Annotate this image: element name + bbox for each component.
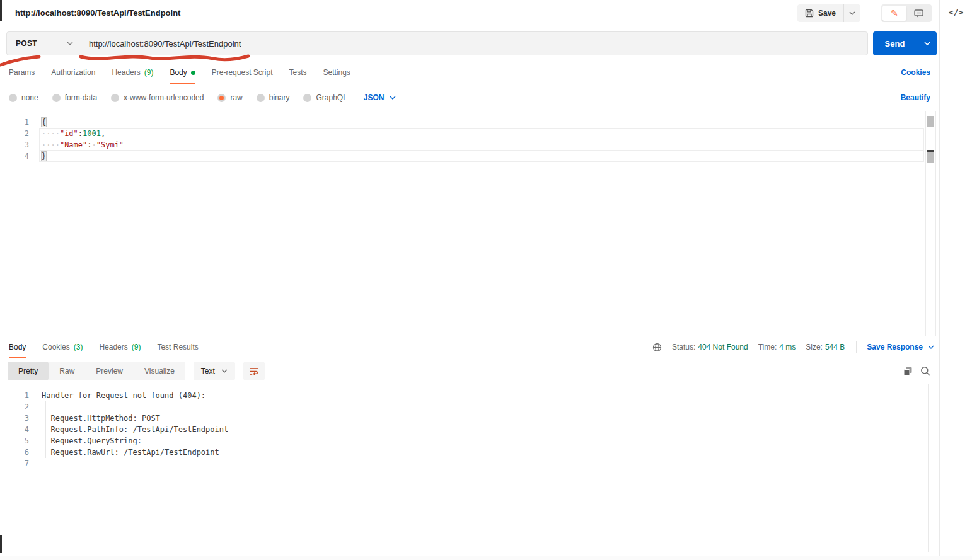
code-content: ····"id":1001, <box>42 128 105 139</box>
edit-mode-button[interactable]: ✎ <box>882 6 906 21</box>
view-pretty[interactable]: Pretty <box>8 362 49 380</box>
response-tab-cookies[interactable]: Cookies(3) <box>42 336 83 358</box>
wrap-lines-button[interactable] <box>243 362 265 380</box>
mode-none[interactable]: none <box>9 93 38 102</box>
code-line: 6 Request.RawUrl: /TestApi/TestEndpoint <box>0 447 939 458</box>
method-select[interactable]: POST <box>7 32 81 55</box>
scrollbar-track-line <box>935 111 936 336</box>
tab-label: Headers <box>99 343 127 351</box>
body-mode-row: none form-data x-www-form-urlencoded raw… <box>0 84 939 111</box>
postman-app: http://localhost:8090/TestApi/TestEndpoi… <box>0 0 972 560</box>
header-controls: Save ✎ <box>797 4 932 22</box>
save-response-button[interactable]: Save Response <box>867 343 934 351</box>
tab-body[interactable]: Body <box>170 60 195 84</box>
request-header-bar: http://localhost:8090/TestApi/TestEndpoi… <box>0 0 939 26</box>
search-button[interactable] <box>920 366 930 376</box>
tab-headers[interactable]: Headers(9) <box>112 60 153 84</box>
code-line: 3 Request.HttpMethod: POST <box>0 413 939 424</box>
mode-binary[interactable]: binary <box>257 93 290 102</box>
request-title: http://localhost:8090/TestApi/TestEndpoi… <box>15 8 180 18</box>
response-meta: Status: 404 Not Found Time: 4 ms Size: 5… <box>652 336 934 358</box>
mode-label: x-www-form-urlencoded <box>124 93 204 102</box>
response-tab-body[interactable]: Body <box>9 336 26 358</box>
status-meta: Status: 404 Not Found <box>672 343 748 351</box>
mode-raw[interactable]: raw <box>217 93 242 102</box>
response-body-viewer[interactable]: 1Handler for Request not found (404): 2 … <box>0 384 939 556</box>
send-button[interactable]: Send <box>873 31 937 55</box>
request-body-editor[interactable]: 1 { 2 ····"id":1001, 3 ····"Name":·"Symi… <box>0 111 939 336</box>
scrollbar-thumb[interactable] <box>927 116 934 127</box>
code-content: ····"Name":·"Symi" <box>42 139 124 151</box>
cookies-link[interactable]: Cookies <box>901 68 930 77</box>
response-text: Request.RawUrl: /TestApi/TestEndpoint <box>42 447 219 458</box>
headers-count-badge: (9) <box>132 343 141 351</box>
comment-button[interactable] <box>906 6 930 21</box>
mode-form-data[interactable]: form-data <box>52 93 97 102</box>
response-tab-test-results[interactable]: Test Results <box>157 336 198 358</box>
comment-icon <box>914 9 923 18</box>
view-preview[interactable]: Preview <box>85 362 134 380</box>
mode-label: form-data <box>65 93 97 102</box>
mode-x-www-form-urlencoded[interactable]: x-www-form-urlencoded <box>111 93 204 102</box>
tab-authorization[interactable]: Authorization <box>51 60 95 84</box>
view-raw[interactable]: Raw <box>49 362 85 380</box>
save-button-label: Save <box>818 9 836 18</box>
save-response-label: Save Response <box>867 343 923 351</box>
tab-settings[interactable]: Settings <box>323 60 350 84</box>
language-select[interactable]: JSON <box>364 93 396 102</box>
tab-params[interactable]: Params <box>9 60 35 84</box>
tab-label: Tests <box>289 68 306 77</box>
code-snippet-icon[interactable]: </> <box>949 8 963 17</box>
code-line: 4 Request.PathInfo: /TestApi/TestEndpoin… <box>0 424 939 435</box>
mode-graphql[interactable]: GraphQL <box>303 93 347 102</box>
copy-button[interactable] <box>903 367 913 376</box>
size-meta: Size: 544 B <box>806 343 845 351</box>
send-options-chevron[interactable] <box>917 31 937 55</box>
mode-label: GraphQL <box>316 93 347 102</box>
whitespace-dots: ···· <box>42 129 60 138</box>
whitespace-dots: ···· <box>42 140 60 149</box>
open-brace-token: { <box>42 118 46 127</box>
radio-icon <box>303 94 311 102</box>
window-edge-artifact <box>0 535 2 553</box>
code-line: 2 ····"id":1001, <box>0 128 939 139</box>
line-number: 3 <box>0 139 29 151</box>
tab-label: Test Results <box>157 343 198 351</box>
pencil-icon: ✎ <box>891 9 898 18</box>
json-string-value: "Symi" <box>96 140 124 149</box>
response-tabs: Body Cookies(3) Headers(9) Test Results … <box>0 336 939 358</box>
window-edge-artifact <box>0 0 2 21</box>
code-line: 4 } <box>0 151 939 162</box>
code-line: 5 Request.QueryString: <box>0 435 939 447</box>
response-tab-headers[interactable]: Headers(9) <box>99 336 141 358</box>
radio-icon <box>9 94 17 102</box>
view-visualize[interactable]: Visualize <box>134 362 185 380</box>
line-number: 2 <box>0 128 29 139</box>
radio-icon <box>111 94 119 102</box>
tab-pre-request-script[interactable]: Pre-request Script <box>212 60 273 84</box>
line-number: 2 <box>0 401 29 413</box>
scrollbar-track-line <box>925 111 926 336</box>
code-line: 1 { <box>0 117 939 128</box>
save-button[interactable]: Save <box>797 4 844 22</box>
beautify-link[interactable]: Beautify <box>901 93 930 102</box>
code-content: { <box>42 117 46 128</box>
status-label: Status: <box>672 343 695 351</box>
tab-label: Pre-request Script <box>212 68 273 77</box>
line-number: 7 <box>0 458 29 469</box>
url-input[interactable] <box>81 32 867 55</box>
tab-tests[interactable]: Tests <box>289 60 306 84</box>
tab-label: Settings <box>323 68 350 77</box>
edit-comment-toggle: ✎ <box>881 4 932 22</box>
line-number: 5 <box>0 435 29 447</box>
format-select[interactable]: Text <box>194 362 235 380</box>
chevron-down-icon <box>928 345 934 349</box>
response-section: Body Cookies(3) Headers(9) Test Results … <box>0 336 939 556</box>
code-line: 2 <box>0 401 939 413</box>
time-label: Time: <box>758 343 777 351</box>
save-options-chevron[interactable] <box>844 4 860 22</box>
scrollbar-thumb[interactable] <box>927 152 934 163</box>
comma-token: , <box>101 129 105 138</box>
json-key: "Name" <box>60 140 87 149</box>
bottom-edge-strip <box>0 556 972 560</box>
